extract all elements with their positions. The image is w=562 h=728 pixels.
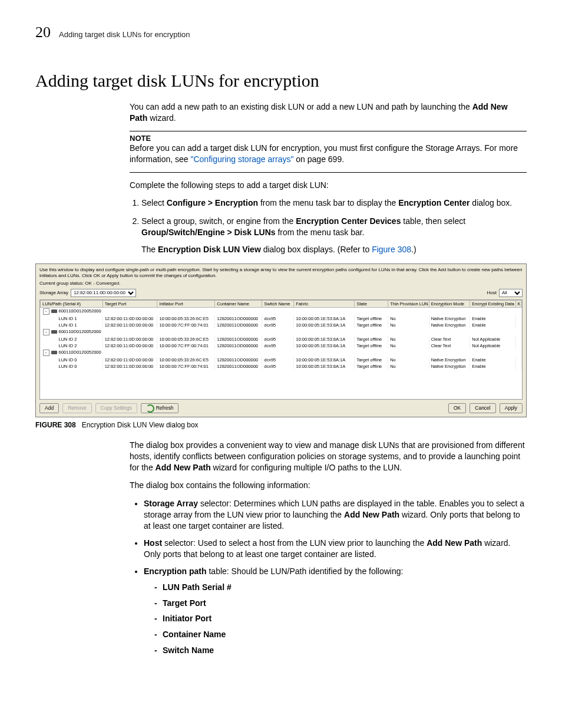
- dash-item: Switch Name: [154, 645, 527, 656]
- dialog-status: Current group status: OK - Converged.: [39, 281, 523, 286]
- disk-icon: [51, 330, 57, 334]
- configuring-storage-arrays-link[interactable]: "Configuring storage arrays": [191, 154, 294, 164]
- column-header[interactable]: Initiator Port: [157, 300, 215, 307]
- steps-list: Select Configure > Encryption from the m…: [141, 197, 527, 255]
- table-row[interactable]: LUN ID 212:82:00:11:0D:00:00:0010:00:00:…: [41, 342, 522, 349]
- column-header[interactable]: Container Name: [215, 300, 262, 307]
- dash-item: Target Port: [154, 598, 527, 609]
- dash-item: Initiator Port: [154, 613, 527, 624]
- column-header[interactable]: Switch Name: [262, 300, 294, 307]
- tree-collapse-icon[interactable]: -: [43, 329, 49, 335]
- host-label: Host: [487, 290, 497, 296]
- apply-button[interactable]: Apply: [500, 403, 523, 413]
- dash-list: LUN Path Serial #Target PortInitiator Po…: [154, 582, 527, 656]
- dialog-toolbar: Storage Array 12:82:00:11:0D:00:00:00 Ho…: [39, 289, 523, 297]
- note-rule-top: [130, 131, 527, 131]
- table-group-row[interactable]: -600110D0120052000: [41, 307, 522, 315]
- dialog-button-row: Add Remove Copy Settings Refresh OK Canc…: [39, 403, 523, 413]
- figure-308: Use this window to display and configure…: [35, 263, 527, 429]
- refresh-button[interactable]: Refresh: [141, 403, 179, 413]
- cancel-button[interactable]: Cancel: [470, 403, 495, 413]
- encryption-disk-lun-dialog: Use this window to display and configure…: [35, 263, 527, 417]
- add-button[interactable]: Add: [39, 403, 59, 413]
- remove-button[interactable]: Remove: [62, 403, 92, 413]
- column-header[interactable]: Target Port: [103, 300, 157, 307]
- complete-intro: Complete the following steps to add a ta…: [130, 180, 527, 191]
- note-label: NOTE: [130, 134, 527, 143]
- note-rule-bottom: [130, 172, 527, 173]
- bullet-encryption-path: Encryption path table: Should be LUN/Pat…: [144, 566, 527, 656]
- table-row[interactable]: LUN ID 112:82:00:11:0D:00:00:0010:00:00:…: [41, 315, 522, 322]
- dialog-instructions: Use this window to display and configure…: [39, 267, 523, 278]
- disk-icon: [51, 309, 57, 313]
- column-header[interactable]: Fabric: [294, 300, 355, 307]
- table-row[interactable]: LUN ID 112:82:00:11:0D:00:00:0010:00:00:…: [41, 322, 522, 328]
- copy-settings-button[interactable]: Copy Settings: [95, 403, 137, 413]
- info-bullets: Storage Array selector: Determines which…: [144, 498, 527, 656]
- column-header[interactable]: LUN/Path (Serial #): [41, 300, 103, 307]
- column-header[interactable]: State: [355, 300, 388, 307]
- table-group-row[interactable]: -600110D0120052000: [41, 328, 522, 336]
- table-header-row: LUN/Path (Serial #)Target PortInitiator …: [41, 300, 522, 307]
- dash-item: Container Name: [154, 629, 527, 640]
- section-title: Adding target disk LUNs for encryption: [35, 71, 527, 91]
- body-block: You can add a new path to an existing di…: [130, 101, 527, 255]
- host-select[interactable]: All: [499, 289, 523, 297]
- column-header[interactable]: Encryption Mode: [429, 300, 470, 307]
- table-row[interactable]: LUN ID 012:82:00:11:0D:00:00:0010:00:00:…: [41, 363, 522, 370]
- step-2: Select a group, switch, or engine from t…: [141, 216, 527, 255]
- page-number: 20: [35, 24, 51, 41]
- bullet-storage-array: Storage Array selector: Determines which…: [144, 498, 527, 532]
- figure-caption: FIGURE 308 Encryption Disk LUN View dial…: [35, 421, 527, 429]
- storage-array-select[interactable]: 12:82:00:11:0D:00:00:00: [71, 289, 136, 297]
- step-2-sub: The Encryption Disk LUN View dialog box …: [141, 244, 527, 255]
- table-row[interactable]: LUN ID 212:82:00:11:0D:00:00:0010:00:00:…: [41, 336, 522, 342]
- column-header[interactable]: Encrypt Existing Data: [470, 300, 515, 307]
- ok-button[interactable]: OK: [448, 403, 466, 413]
- table-row[interactable]: LUN ID 012:82:00:11:0D:00:00:0010:00:00:…: [41, 357, 522, 363]
- dash-item: LUN Path Serial #: [154, 582, 527, 593]
- note-text: Before you can add a target disk LUN for…: [130, 143, 527, 165]
- table-blank-area: [40, 370, 522, 399]
- intro-paragraph: You can add a new path to an existing di…: [130, 101, 527, 124]
- tree-collapse-icon[interactable]: -: [43, 308, 49, 315]
- storage-array-label: Storage Array: [39, 290, 68, 296]
- header-crumb: Adding target disk LUNs for encryption: [59, 30, 190, 39]
- column-header[interactable]: Thin Provision LUN: [388, 300, 429, 307]
- post-figure-block: The dialog box provides a convenient way…: [130, 440, 527, 656]
- page-header: 20 Adding target disk LUNs for encryptio…: [35, 24, 527, 41]
- refresh-icon: [146, 404, 154, 413]
- figure-308-link[interactable]: Figure 308: [372, 245, 411, 254]
- tree-collapse-icon[interactable]: -: [43, 350, 49, 356]
- column-header[interactable]: K: [515, 300, 521, 307]
- lun-table: LUN/Path (Serial #)Target PortInitiator …: [39, 299, 523, 400]
- table-group-row[interactable]: -600110D0120052000: [41, 349, 522, 357]
- disk-icon: [51, 351, 57, 354]
- post-p2: The dialog box contains the following in…: [130, 480, 527, 491]
- post-p1: The dialog box provides a convenient way…: [130, 440, 527, 473]
- bullet-host: Host selector: Used to select a host fro…: [144, 538, 527, 560]
- step-1: Select Configure > Encryption from the m…: [141, 197, 527, 209]
